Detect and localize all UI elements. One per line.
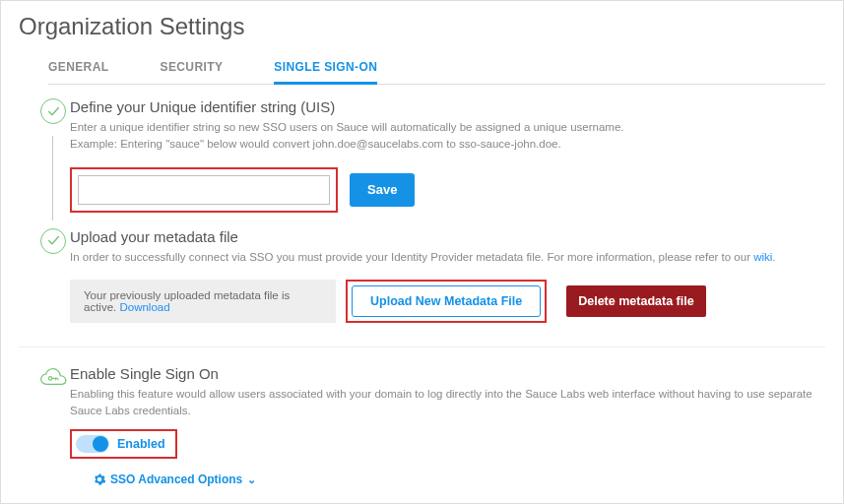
section-enable-sso: Enable Single Sign On Enabling this feat… [19,347,825,499]
enable-sso-help: Enabling this feature would allow users … [70,386,819,420]
enable-sso-heading: Enable Single Sign On [70,365,819,382]
page-title: Organization Settings [19,13,825,40]
tab-single-sign-on[interactable]: SINGLE SIGN-ON [274,50,377,84]
chevron-down-icon: ⌄ [247,473,256,486]
download-link[interactable]: Download [119,301,169,313]
wiki-link[interactable]: wiki [753,251,772,263]
tab-general[interactable]: GENERAL [48,50,108,84]
gear-icon [94,473,105,485]
metadata-heading: Upload your metadata file [70,228,819,245]
toggle-label: Enabled [117,437,165,451]
save-button[interactable]: Save [350,173,415,207]
check-icon [40,98,66,124]
delete-metadata-button[interactable]: Delete metadata file [566,285,705,317]
enable-sso-toggle[interactable] [76,435,109,453]
upload-highlight: Upload New Metadata File [346,280,547,323]
metadata-status: Your previously uploaded metadata file i… [70,280,336,323]
uis-help-2: Example: Entering "sauce" below would co… [70,136,819,153]
cloud-key-icon [38,367,70,389]
toggle-highlight: Enabled [70,429,177,459]
uis-help-1: Enter a unique identifier string so new … [70,119,819,136]
metadata-help: In order to successfully connect via SSO… [70,249,819,266]
check-icon [40,228,66,254]
upload-new-metadata-button[interactable]: Upload New Metadata File [352,285,541,317]
tab-security[interactable]: SECURITY [160,50,223,84]
uis-heading: Define your Unique identifier string (UI… [70,98,819,115]
sso-advanced-options-link[interactable]: SSO Advanced Options ⌄ [94,472,256,486]
uis-input[interactable] [78,175,330,205]
uis-input-highlight [70,167,338,213]
section-uis: Define your Unique identifier string (UI… [19,85,825,222]
section-metadata: Upload your metadata file In order to su… [19,222,825,333]
svg-point-0 [48,376,51,379]
tabs: GENERAL SECURITY SINGLE SIGN-ON [48,50,825,85]
